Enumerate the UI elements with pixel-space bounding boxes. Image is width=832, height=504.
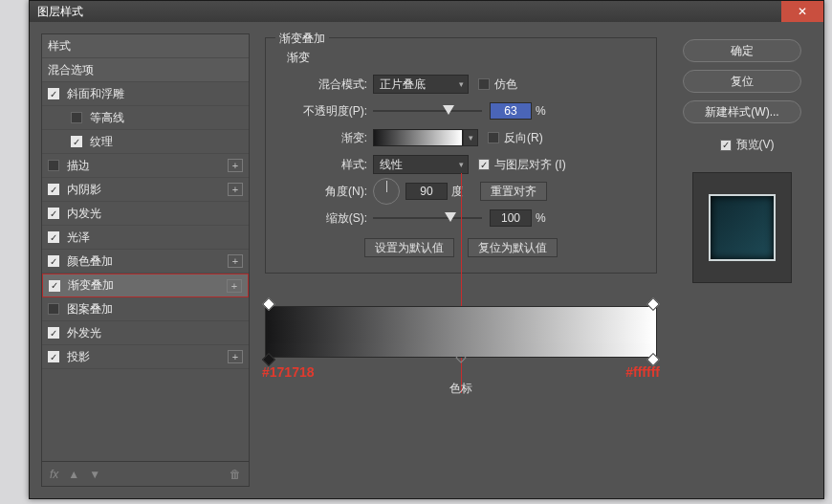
styles-list: 样式 混合选项 ✓斜面和浮雕等高线✓纹理描边+✓内阴影+✓内发光✓光泽✓颜色叠加… xyxy=(41,33,250,487)
opacity-label: 不透明度(P): xyxy=(279,103,367,120)
new-style-button[interactable]: 新建样式(W)... xyxy=(683,100,801,123)
align-label: 与图层对齐 (I) xyxy=(494,157,566,173)
style-dropdown[interactable]: 线性 ▾ xyxy=(373,155,469,174)
style-item-label: 渐变叠加 xyxy=(68,277,114,294)
style-checkbox[interactable]: ✓ xyxy=(71,136,82,147)
blend-mode-value: 正片叠底 xyxy=(380,77,426,93)
percent-unit: % xyxy=(536,211,546,225)
style-checkbox[interactable]: ✓ xyxy=(48,184,59,195)
style-item-label: 内发光 xyxy=(67,206,101,222)
opacity-stop-left[interactable] xyxy=(262,297,275,311)
gradient-dropdown-arrow[interactable]: ▾ xyxy=(463,129,478,146)
style-item-1[interactable]: 等高线 xyxy=(42,106,249,130)
style-checkbox[interactable]: ✓ xyxy=(48,255,59,267)
style-item-11[interactable]: ✓投影+ xyxy=(42,345,249,369)
trash-icon[interactable]: 🗑 xyxy=(230,468,241,481)
reset-align-button[interactable]: 重置对齐 xyxy=(480,182,547,201)
add-effect-icon[interactable]: + xyxy=(228,350,243,363)
blend-options-label: 混合选项 xyxy=(48,62,94,78)
preview-checkbox[interactable]: ✓ xyxy=(720,140,732,151)
scale-label: 缩放(S): xyxy=(279,210,367,227)
style-item-2[interactable]: ✓纹理 xyxy=(42,130,249,154)
gradient-overlay-panel: 渐变叠加 渐变 混合模式: 正片叠底 ▾ 仿色 不透明度(P): xyxy=(259,33,663,487)
dither-checkbox[interactable] xyxy=(478,78,490,90)
preview-label: 预览(V) xyxy=(736,137,775,153)
blend-mode-label: 混合模式: xyxy=(279,77,367,93)
arrow-up-icon[interactable]: ▲ xyxy=(68,468,79,481)
reset-default-button[interactable]: 复位为默认值 xyxy=(468,238,558,257)
fx-icon[interactable]: fx xyxy=(50,468,58,481)
style-item-4[interactable]: ✓内阴影+ xyxy=(42,178,249,202)
style-checkbox[interactable] xyxy=(48,303,59,315)
reverse-checkbox[interactable] xyxy=(488,132,499,143)
hex-left-annotation: #171718 xyxy=(262,364,315,380)
right-panel: 确定 复位 新建样式(W)... ✓ 预览(V) xyxy=(672,33,812,487)
panel-sublegend: 渐变 xyxy=(287,50,643,66)
chevron-down-icon: ▾ xyxy=(459,160,464,169)
angle-input[interactable]: 90 xyxy=(405,183,448,200)
style-checkbox[interactable]: ✓ xyxy=(49,280,60,292)
style-checkbox[interactable] xyxy=(71,112,82,123)
styles-header: 样式 xyxy=(42,34,249,58)
style-item-10[interactable]: ✓外发光 xyxy=(42,321,249,345)
close-icon: ✕ xyxy=(798,5,807,18)
percent-unit: % xyxy=(536,104,546,118)
style-item-6[interactable]: ✓光泽 xyxy=(42,226,249,250)
ok-button[interactable]: 确定 xyxy=(683,39,801,62)
style-item-7[interactable]: ✓颜色叠加+ xyxy=(42,250,249,274)
style-item-label: 斜面和浮雕 xyxy=(67,86,124,102)
style-checkbox[interactable]: ✓ xyxy=(48,208,59,219)
angle-dial[interactable] xyxy=(373,178,400,205)
style-label: 样式: xyxy=(279,157,367,173)
styles-header-label: 样式 xyxy=(48,38,71,55)
scale-input[interactable]: 100 xyxy=(490,209,532,227)
style-item-label: 描边 xyxy=(67,158,90,174)
styles-bottom-bar: fx ▲ ▼ 🗑 xyxy=(42,461,249,486)
opacity-input[interactable]: 63 xyxy=(490,102,532,120)
blend-options-header[interactable]: 混合选项 xyxy=(42,58,249,82)
style-item-0[interactable]: ✓斜面和浮雕 xyxy=(42,82,249,106)
style-item-8[interactable]: ✓渐变叠加+ xyxy=(42,274,249,297)
add-effect-icon[interactable]: + xyxy=(227,279,242,293)
window-title: 图层样式 xyxy=(37,4,83,20)
style-checkbox[interactable] xyxy=(48,160,59,171)
add-effect-icon[interactable]: + xyxy=(228,254,243,268)
style-item-label: 等高线 xyxy=(90,110,124,126)
style-checkbox[interactable]: ✓ xyxy=(48,88,59,99)
style-item-9[interactable]: 图案叠加 xyxy=(42,297,249,321)
add-effect-icon[interactable]: + xyxy=(228,183,243,196)
style-checkbox[interactable]: ✓ xyxy=(48,327,59,339)
midpoint-stop[interactable] xyxy=(455,352,466,362)
style-checkbox[interactable]: ✓ xyxy=(48,351,59,362)
set-default-button[interactable]: 设置为默认值 xyxy=(364,238,454,257)
stops-label: 色标 xyxy=(265,381,657,397)
reverse-label: 反向(R) xyxy=(504,130,543,146)
arrow-down-icon[interactable]: ▼ xyxy=(89,468,100,481)
gradient-editor: #171718 #ffffff 色标 xyxy=(265,306,657,397)
opacity-slider[interactable] xyxy=(373,102,482,120)
align-checkbox[interactable]: ✓ xyxy=(478,159,490,170)
close-button[interactable]: ✕ xyxy=(781,1,823,22)
blend-mode-dropdown[interactable]: 正片叠底 ▾ xyxy=(373,75,469,94)
preview-swatch xyxy=(709,194,776,261)
gradient-preview[interactable] xyxy=(373,129,463,146)
style-item-3[interactable]: 描边+ xyxy=(42,154,249,178)
add-effect-icon[interactable]: + xyxy=(228,159,243,172)
angle-label: 角度(N): xyxy=(279,184,367,200)
style-checkbox[interactable]: ✓ xyxy=(48,231,59,243)
style-item-label: 投影 xyxy=(67,349,90,365)
gradient-bar[interactable]: #171718 #ffffff xyxy=(265,306,657,358)
style-item-label: 内阴影 xyxy=(67,182,101,198)
titlebar[interactable]: 图层样式 ✕ xyxy=(30,1,823,22)
style-item-label: 纹理 xyxy=(90,134,113,150)
chevron-down-icon: ▾ xyxy=(459,79,464,89)
gradient-label: 渐变: xyxy=(279,130,367,146)
opacity-stop-right[interactable] xyxy=(646,297,660,311)
cancel-button[interactable]: 复位 xyxy=(683,70,801,93)
scale-slider[interactable] xyxy=(373,209,482,227)
style-item-label: 光泽 xyxy=(67,230,90,246)
layer-style-dialog: 图层样式 ✕ 样式 混合选项 ✓斜面和浮雕等高线✓纹理描边+✓内阴影+✓内发光✓… xyxy=(29,0,824,499)
panel-legend: 渐变叠加 xyxy=(275,31,329,47)
hex-right-annotation: #ffffff xyxy=(625,364,660,380)
style-item-5[interactable]: ✓内发光 xyxy=(42,202,249,226)
